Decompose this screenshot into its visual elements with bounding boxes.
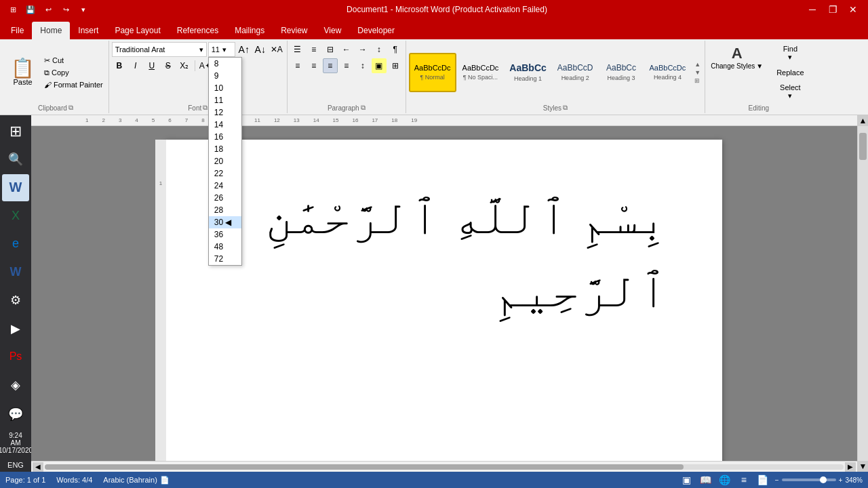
font-expand-icon[interactable]: ⧉ <box>203 104 208 112</box>
size-item-48[interactable]: 48 <box>209 241 241 253</box>
style-no-spacing[interactable]: AaBbCcDc ¶ No Spaci... <box>458 53 504 92</box>
size-item-8[interactable]: 8 <box>209 58 241 70</box>
size-item-72[interactable]: 72 <box>209 253 241 265</box>
italic-button[interactable]: I <box>128 58 143 73</box>
scroll-right-button[interactable]: ▶ <box>845 462 856 472</box>
windows-logo[interactable]: ⊞ <box>5 2 20 17</box>
find-dropdown-arrow[interactable]: ▾ <box>788 53 792 62</box>
sidebar-word-icon[interactable]: W <box>2 174 29 201</box>
size-item-10[interactable]: 10 <box>209 82 241 94</box>
shading-button[interactable]: ▣ <box>372 58 387 73</box>
numbering-button[interactable]: ≡ <box>307 42 321 57</box>
sidebar-extra-icon[interactable]: ◈ <box>2 371 29 399</box>
font-name-selector[interactable]: Traditional Arat ▾ <box>112 42 207 57</box>
size-item-16[interactable]: 16 <box>209 131 241 143</box>
v-scroll-track[interactable] <box>858 126 868 461</box>
outline-view-button[interactable]: ≡ <box>737 473 751 487</box>
paste-button[interactable]: 📋 Paste <box>5 56 40 89</box>
align-right-button[interactable]: ≡ <box>323 58 338 73</box>
tab-file[interactable]: File <box>3 22 32 39</box>
sidebar-media-icon[interactable]: ▶ <box>2 315 29 342</box>
format-painter-button[interactable]: 🖌 Format Painter <box>41 79 106 90</box>
size-item-12[interactable]: 12 <box>209 106 241 119</box>
tab-page-layout[interactable]: Page Layout <box>106 22 168 39</box>
replace-button[interactable]: Replace <box>771 66 809 79</box>
tab-view[interactable]: View <box>316 22 350 39</box>
sidebar-word2-icon[interactable]: W <box>2 259 29 286</box>
undo-button[interactable]: ↩ <box>41 2 56 17</box>
decrease-indent-button[interactable]: ← <box>339 42 354 57</box>
select-button[interactable]: Select ▾ <box>771 81 809 103</box>
font-size-selector[interactable]: 11 ▾ <box>208 42 235 57</box>
style-heading1[interactable]: AaBbCc Heading 1 <box>505 53 551 92</box>
sidebar-chat-icon[interactable]: 💬 <box>2 401 29 428</box>
scroll-thumb[interactable] <box>45 464 684 470</box>
scroll-left-button[interactable]: ◀ <box>33 462 43 472</box>
tab-insert[interactable]: Insert <box>70 22 106 39</box>
bold-button[interactable]: B <box>112 58 127 73</box>
zoom-level[interactable]: 348% <box>845 476 863 484</box>
language-info[interactable]: Arabic (Bahrain) 📄 <box>103 476 169 485</box>
sort-button[interactable]: ↕ <box>372 42 387 57</box>
zoom-out-button[interactable]: − <box>775 476 779 484</box>
document-scroll-area[interactable]: 1 بِسْمِ ٱللَّهِ ٱلرَّحْمَٰنِ ٱلرَّحِيمِ <box>31 126 857 461</box>
sidebar-excel-icon[interactable]: X <box>2 203 29 230</box>
style-heading4[interactable]: AaBbCcDc Heading 4 <box>645 53 691 92</box>
font-grow-button[interactable]: A↑ <box>237 42 252 57</box>
styles-scroll-up[interactable]: ▲ <box>693 61 702 68</box>
scroll-up-button[interactable]: ▲ <box>858 115 868 126</box>
size-item-26[interactable]: 26 <box>209 192 241 204</box>
underline-button[interactable]: U <box>144 58 159 73</box>
size-item-36[interactable]: 36 <box>209 228 241 241</box>
zoom-slider[interactable] <box>782 479 836 481</box>
tab-developer[interactable]: Developer <box>349 22 403 39</box>
justify-button[interactable]: ≡ <box>339 58 354 73</box>
line-spacing-button[interactable]: ↕ <box>355 58 370 73</box>
multilevel-button[interactable]: ⊟ <box>323 42 338 57</box>
sidebar-settings-icon[interactable]: ⚙ <box>2 287 29 314</box>
undo-arrow[interactable]: ↪ <box>58 2 73 17</box>
borders-button[interactable]: ⊞ <box>388 58 403 73</box>
sidebar-windows-icon[interactable]: ⊞ <box>2 118 29 145</box>
styles-scroll-more[interactable]: ⊞ <box>693 77 702 84</box>
v-scroll-thumb[interactable] <box>859 133 867 160</box>
font-shrink-button[interactable]: A↓ <box>253 42 268 57</box>
find-button[interactable]: Find ▾ <box>771 42 809 64</box>
tab-review[interactable]: Review <box>273 22 315 39</box>
scroll-track[interactable] <box>45 464 844 470</box>
size-item-11[interactable]: 11 <box>209 94 241 106</box>
zoom-in-button[interactable]: + <box>839 476 843 484</box>
style-heading3[interactable]: AaBbCc Heading 3 <box>599 53 644 92</box>
tab-references[interactable]: References <box>169 22 226 39</box>
increase-indent-button[interactable]: → <box>355 42 370 57</box>
cut-button[interactable]: ✂ Cut <box>41 55 106 66</box>
size-item-9[interactable]: 9 <box>209 70 241 82</box>
size-item-20[interactable]: 20 <box>209 155 241 167</box>
sidebar-search-icon[interactable]: 🔍 <box>2 146 29 174</box>
change-styles-button[interactable]: A Change Styles ▼ <box>708 42 766 73</box>
style-heading2[interactable]: AaBbCcD Heading 2 <box>553 53 598 92</box>
web-layout-button[interactable]: 🌐 <box>718 473 732 487</box>
qa-extra[interactable]: ▾ <box>76 2 91 17</box>
draft-view-button[interactable]: 📄 <box>756 473 770 487</box>
sidebar-adobe-icon[interactable]: Ps <box>2 343 29 370</box>
bullets-button[interactable]: ☰ <box>290 42 305 57</box>
align-left-button[interactable]: ≡ <box>290 58 305 73</box>
size-item-22[interactable]: 22 <box>209 167 241 180</box>
size-item-14[interactable]: 14 <box>209 119 241 131</box>
vertical-scrollbar[interactable]: ▲ ▼ <box>857 115 868 472</box>
tab-mailings[interactable]: Mailings <box>226 22 273 39</box>
clipboard-expand-icon[interactable]: ⧉ <box>68 104 73 112</box>
size-item-30[interactable]: 30 ◀ <box>209 216 241 228</box>
full-reading-button[interactable]: 📖 <box>699 473 713 487</box>
align-center-button[interactable]: ≡ <box>307 58 321 73</box>
clear-format-button[interactable]: ✕A <box>269 42 284 57</box>
close-button[interactable]: ✕ <box>844 0 863 19</box>
print-layout-button[interactable]: ▣ <box>680 473 694 487</box>
minimize-button[interactable]: ─ <box>803 0 822 19</box>
font-name-dropdown-arrow[interactable]: ▾ <box>199 45 203 54</box>
style-normal[interactable]: AaBbCcDc ¶ Normal <box>409 53 456 92</box>
styles-expand-icon[interactable]: ⧉ <box>563 104 568 112</box>
font-size-dropdown-arrow[interactable]: ▾ <box>222 45 226 54</box>
tab-home[interactable]: Home <box>32 22 70 39</box>
